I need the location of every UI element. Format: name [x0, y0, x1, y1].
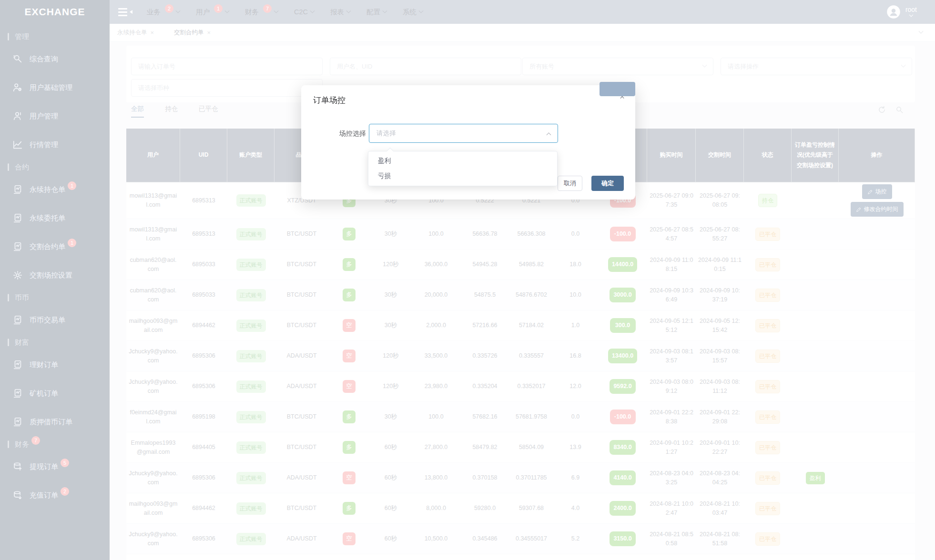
dropdown-option-0[interactable]: 盈利 — [368, 153, 557, 169]
scene-select-label: 场控选择 — [313, 124, 366, 143]
modal-overlay[interactable] — [0, 0, 935, 560]
scene-select[interactable]: 请选择 — [369, 124, 558, 143]
confirm-button[interactable]: 确定 — [591, 176, 624, 191]
dialog-title: 订单场控 — [313, 95, 346, 106]
search-button[interactable] — [600, 82, 635, 96]
scene-select-dropdown: 盈利亏损 — [368, 151, 558, 186]
dropdown-option-1[interactable]: 亏损 — [368, 169, 557, 184]
scene-select-placeholder: 请选择 — [376, 129, 396, 138]
cancel-button[interactable]: 取消 — [558, 176, 582, 191]
chevron-up-icon — [547, 132, 551, 137]
